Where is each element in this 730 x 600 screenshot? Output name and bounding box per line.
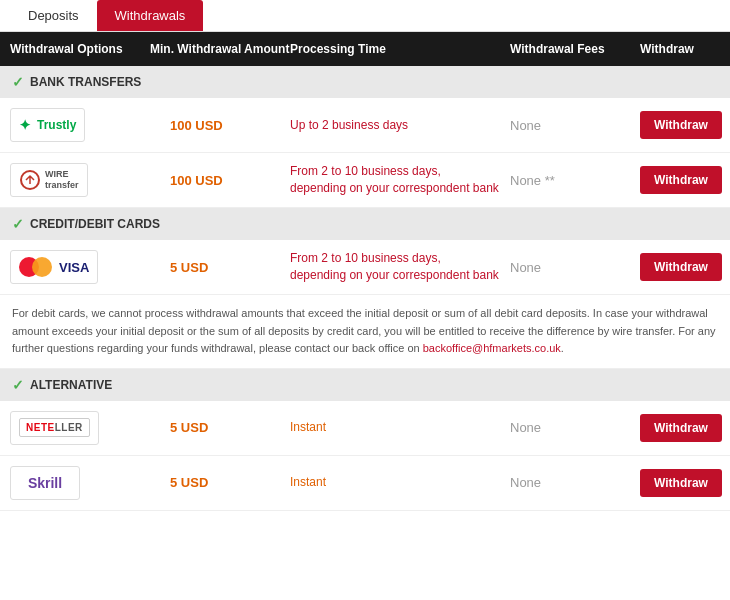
skrill-logo: Skrill [28,475,62,491]
wire-logo-box: WIREtransfer [10,163,88,197]
section-label-alternative: ALTERNATIVE [30,378,112,392]
section-alternative: ✓ ALTERNATIVE [0,369,730,401]
card-withdraw-cell: Withdraw [640,253,730,281]
skrill-withdraw-button[interactable]: Withdraw [640,469,722,497]
provider-logo-trustly: ✦ Trustly [10,108,150,142]
mastercard-visa-logo: VISA [19,257,89,277]
notice-email-link[interactable]: backoffice@hfmarkets.co.uk [423,342,561,354]
card-min-amount: 5 USD [150,260,290,275]
table-header: Withdrawal Options Min. Withdrawal Amoun… [0,32,730,66]
wire-transfer-icon [19,169,41,191]
trustly-processing-time: Up to 2 business days [290,117,510,134]
trustly-logo-box: ✦ Trustly [10,108,85,142]
trustly-min-amount: 100 USD [150,118,290,133]
section-bank-transfers: ✓ BANK TRANSFERS [0,66,730,98]
neteller-withdraw-cell: Withdraw [640,414,730,442]
table-row: Skrill 5 USD Instant None Withdraw [0,456,730,511]
check-icon-2: ✓ [12,216,24,232]
neteller-processing-time: Instant [290,419,510,436]
table-row: WIREtransfer 100 USD From 2 to 10 busine… [0,153,730,208]
skrill-min-amount: 5 USD [150,475,290,490]
provider-logo-skrill: Skrill [10,466,150,500]
section-label-cards: CREDIT/DEBIT CARDS [30,217,160,231]
skrill-withdraw-cell: Withdraw [640,469,730,497]
neteller-net: NETE [26,422,55,433]
check-icon: ✓ [12,74,24,90]
provider-logo-neteller: NETELLER [10,411,150,445]
trustly-withdraw-button[interactable]: Withdraw [640,111,722,139]
wire-transfer-text: WIREtransfer [45,169,79,191]
card-processing-time: From 2 to 10 business days, depending on… [290,250,510,284]
provider-logo-mc-visa: VISA [10,250,150,284]
neteller-fees: None [510,420,640,435]
section-label-bank: BANK TRANSFERS [30,75,141,89]
col-header-processing: Processing Time [290,42,510,56]
visa-text: VISA [59,260,89,275]
tab-deposits[interactable]: Deposits [10,0,97,31]
trustly-fees: None [510,118,640,133]
neteller-logo: NETELLER [19,418,90,437]
skrill-processing-time: Instant [290,474,510,491]
card-fees: None [510,260,640,275]
trustly-logo: ✦ Trustly [19,117,76,133]
card-withdraw-button[interactable]: Withdraw [640,253,722,281]
mastercard-orange-circle [32,257,52,277]
col-header-amount: Min. Withdrawal Amount [150,42,290,56]
notice-text-content: For debit cards, we cannot process withd… [12,307,716,354]
wire-min-amount: 100 USD [150,173,290,188]
mc-visa-logo-box: VISA [10,250,98,284]
col-header-fees: Withdrawal Fees [510,42,640,56]
neteller-min-amount: 5 USD [150,420,290,435]
tabs-bar: Deposits Withdrawals [0,0,730,32]
neteller-withdraw-button[interactable]: Withdraw [640,414,722,442]
section-credit-debit: ✓ CREDIT/DEBIT CARDS [0,208,730,240]
skrill-logo-box: Skrill [10,466,80,500]
table-row: NETELLER 5 USD Instant None Withdraw [0,401,730,456]
col-header-options: Withdrawal Options [10,42,150,56]
wire-processing-time: From 2 to 10 business days, depending on… [290,163,510,197]
neteller-ller: LLER [55,422,83,433]
skrill-fees: None [510,475,640,490]
table-row: ✦ Trustly 100 USD Up to 2 business days … [0,98,730,153]
wire-fees: None ** [510,173,640,188]
trustly-text: Trustly [37,118,76,132]
debit-card-notice: For debit cards, we cannot process withd… [0,295,730,369]
trustly-t-icon: ✦ [19,117,35,133]
svg-text:✦: ✦ [19,117,31,133]
col-header-withdraw: Withdraw [640,42,730,56]
check-icon-3: ✓ [12,377,24,393]
wire-withdraw-cell: Withdraw [640,166,730,194]
wire-transfer-logo: WIREtransfer [19,169,79,191]
provider-logo-wire: WIREtransfer [10,163,150,197]
neteller-logo-box: NETELLER [10,411,99,445]
tab-withdrawals[interactable]: Withdrawals [97,0,204,31]
table-row: VISA 5 USD From 2 to 10 business days, d… [0,240,730,295]
wire-withdraw-button[interactable]: Withdraw [640,166,722,194]
trustly-withdraw-cell: Withdraw [640,111,730,139]
